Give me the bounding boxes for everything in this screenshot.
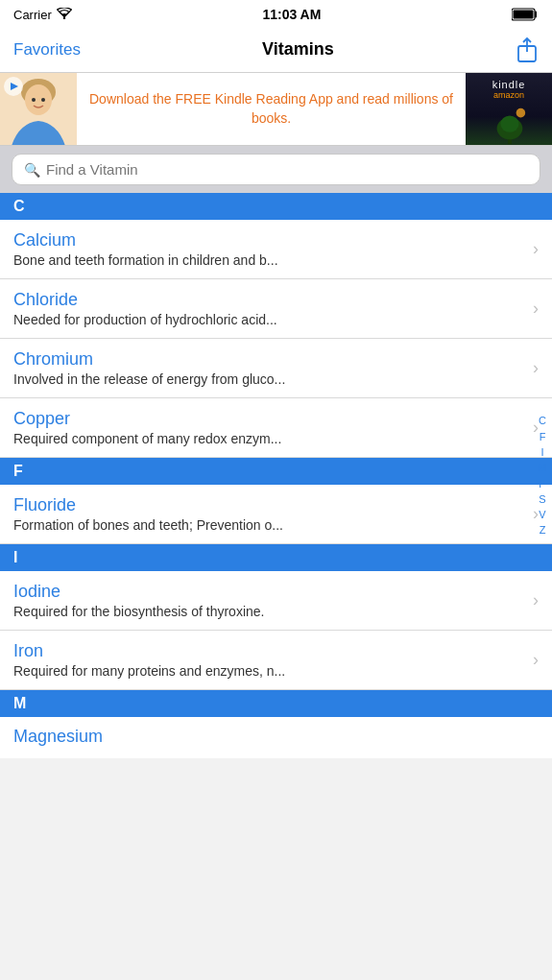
navigation-bar: Favorites Vitamins bbox=[0, 27, 552, 73]
list-item-iron[interactable]: Iron Required for many proteins and enzy… bbox=[0, 631, 552, 690]
list-item-iodine[interactable]: Iodine Required for the biosynthesis of … bbox=[0, 571, 552, 631]
search-icon: 🔍 bbox=[24, 162, 40, 178]
list-item-magnesium-partial[interactable]: Magnesium bbox=[0, 717, 552, 758]
index-c[interactable]: C bbox=[539, 414, 546, 427]
page-title: Vitamins bbox=[262, 39, 334, 60]
svg-point-15 bbox=[500, 115, 518, 131]
item-desc: Needed for production of hydrochloric ac… bbox=[13, 312, 525, 327]
item-title: Magnesium bbox=[13, 727, 539, 747]
list-item-calcium[interactable]: Calcium Bone and teeth formation in chil… bbox=[0, 220, 552, 279]
list-item-copper[interactable]: Copper Required component of many redox … bbox=[0, 398, 552, 458]
svg-point-7 bbox=[32, 98, 36, 102]
time-display: 11:03 AM bbox=[262, 7, 321, 22]
item-title: Fluoride bbox=[13, 495, 525, 515]
index-v[interactable]: V bbox=[539, 508, 545, 521]
item-desc: Required component of many redox enzym..… bbox=[13, 431, 525, 446]
search-container: 🔍 bbox=[0, 146, 552, 193]
list-item-fluoride[interactable]: Fluoride Formation of bones and teeth; P… bbox=[0, 485, 552, 544]
ad-image-right: kindle amazon bbox=[466, 73, 552, 146]
item-title: Iodine bbox=[13, 582, 525, 602]
carrier-label: Carrier bbox=[13, 8, 72, 22]
list-item-content: Copper Required component of many redox … bbox=[13, 409, 525, 446]
svg-point-6 bbox=[25, 84, 52, 115]
item-title: Copper bbox=[13, 409, 525, 429]
list-item-content: Chromium Involved in the release of ener… bbox=[13, 349, 525, 387]
list-item-content: Iron Required for many proteins and enzy… bbox=[13, 641, 525, 679]
item-title: Chloride bbox=[13, 290, 525, 310]
alphabetical-index: C F I M P S V Z bbox=[533, 193, 552, 758]
carrier-text: Carrier bbox=[13, 8, 52, 22]
index-p[interactable]: P bbox=[539, 477, 545, 490]
svg-point-0 bbox=[63, 16, 65, 18]
item-desc: Required for the biosynthesis of thyroxi… bbox=[13, 604, 525, 619]
list-item-content: Chloride Needed for production of hydroc… bbox=[13, 290, 525, 327]
index-f[interactable]: F bbox=[540, 430, 546, 443]
ad-text: Download the FREE Kindle Reading App and… bbox=[77, 83, 466, 135]
svg-point-8 bbox=[41, 98, 45, 102]
index-z[interactable]: Z bbox=[540, 523, 546, 537]
list-item-content: Magnesium bbox=[13, 727, 539, 749]
item-desc: Bone and teeth formation in children and… bbox=[13, 252, 525, 268]
index-i[interactable]: I bbox=[540, 445, 543, 459]
svg-rect-2 bbox=[514, 11, 534, 19]
index-m[interactable]: M bbox=[538, 461, 546, 474]
status-bar: Carrier 11:03 AM bbox=[0, 0, 552, 27]
item-desc: Required for many proteins and enzymes, … bbox=[13, 663, 525, 679]
section-header-m: M bbox=[0, 690, 552, 717]
svg-point-12 bbox=[516, 108, 526, 117]
wifi-icon bbox=[57, 8, 72, 22]
item-desc: Formation of bones and teeth; Prevention… bbox=[13, 517, 525, 533]
index-s[interactable]: S bbox=[539, 492, 545, 506]
list-item-content: Fluoride Formation of bones and teeth; P… bbox=[13, 495, 525, 533]
search-input[interactable] bbox=[46, 161, 528, 178]
section-header-i: I bbox=[0, 544, 552, 571]
share-button[interactable] bbox=[516, 36, 539, 63]
ad-banner[interactable]: Download the FREE Kindle Reading App and… bbox=[0, 73, 552, 146]
item-desc: Involved in the release of energy from g… bbox=[13, 371, 525, 387]
section-header-f: F bbox=[0, 458, 552, 485]
list-item-chromium[interactable]: Chromium Involved in the release of ener… bbox=[0, 339, 552, 398]
search-bar[interactable]: 🔍 bbox=[12, 154, 540, 185]
section-header-c: C bbox=[0, 193, 552, 220]
item-title: Chromium bbox=[13, 349, 525, 370]
favorites-button[interactable]: Favorites bbox=[13, 40, 81, 60]
list-item-content: Iodine Required for the biosynthesis of … bbox=[13, 582, 525, 619]
item-title: Iron bbox=[13, 641, 525, 661]
vitamin-list: C Calcium Bone and teeth formation in ch… bbox=[0, 193, 552, 758]
list-item-chloride[interactable]: Chloride Needed for production of hydroc… bbox=[0, 279, 552, 339]
ad-image-left bbox=[0, 73, 77, 146]
item-title: Calcium bbox=[13, 230, 525, 251]
battery-icon bbox=[512, 8, 539, 21]
ad-copy: Download the FREE Kindle Reading App and… bbox=[88, 90, 454, 128]
amazon-label: amazon bbox=[493, 90, 524, 100]
kindle-logo: kindle bbox=[492, 79, 526, 90]
list-item-content: Calcium Bone and teeth formation in chil… bbox=[13, 230, 525, 268]
